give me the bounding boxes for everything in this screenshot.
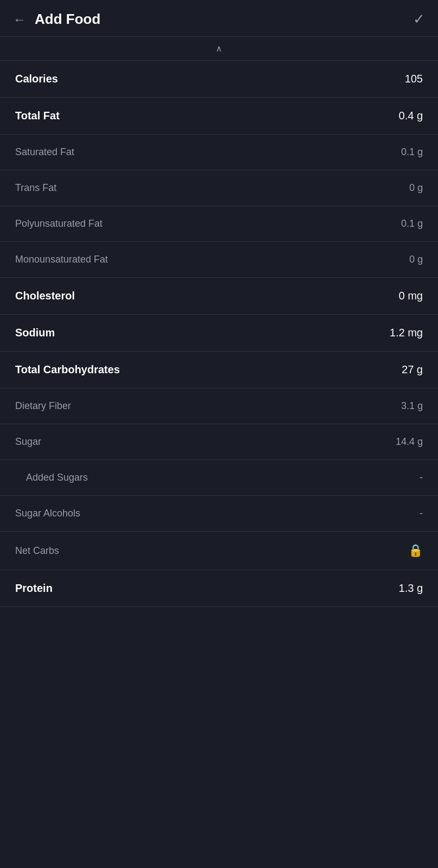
collapse-row[interactable]: ∧: [0, 37, 438, 61]
nutrition-label-monounsaturated-fat: Monounsaturated Fat: [15, 254, 108, 265]
nutrition-label-calories: Calories: [15, 73, 58, 85]
nutrition-row-sodium[interactable]: Sodium1.2 mg: [0, 315, 438, 352]
nutrition-value-dietary-fiber: 3.1 g: [401, 400, 423, 412]
back-icon[interactable]: ←: [13, 12, 26, 27]
nutrition-row-polyunsaturated-fat[interactable]: Polyunsaturated Fat0.1 g: [0, 206, 438, 242]
nutrition-label-cholesterol: Cholesterol: [15, 290, 75, 302]
nutrition-value-net-carbs: 🔒: [408, 544, 423, 558]
nutrition-row-sugar-alcohols[interactable]: Sugar Alcohols-: [0, 496, 438, 532]
nutrition-value-added-sugars: -: [420, 472, 423, 483]
nutrition-value-cholesterol: 0 mg: [399, 290, 423, 302]
collapse-icon: ∧: [216, 43, 222, 54]
nutrition-row-calories[interactable]: Calories105: [0, 61, 438, 98]
nutrition-label-polyunsaturated-fat: Polyunsaturated Fat: [15, 218, 102, 229]
nutrition-value-sugar: 14.4 g: [396, 436, 423, 448]
nutrition-label-sodium: Sodium: [15, 327, 55, 339]
nutrition-list: Calories105Total Fat0.4 gSaturated Fat0.…: [0, 61, 438, 607]
header: ← Add Food ✓: [0, 0, 438, 37]
nutrition-row-added-sugars[interactable]: Added Sugars-: [0, 460, 438, 496]
nutrition-label-sugar: Sugar: [15, 436, 41, 448]
nutrition-row-total-fat[interactable]: Total Fat0.4 g: [0, 98, 438, 135]
nutrition-row-trans-fat[interactable]: Trans Fat0 g: [0, 170, 438, 206]
nutrition-row-cholesterol[interactable]: Cholesterol0 mg: [0, 278, 438, 315]
nutrition-label-total-fat: Total Fat: [15, 110, 60, 122]
nutrition-label-sugar-alcohols: Sugar Alcohols: [15, 508, 80, 519]
nutrition-label-trans-fat: Trans Fat: [15, 182, 56, 194]
nutrition-value-total-fat: 0.4 g: [399, 110, 423, 122]
nutrition-value-monounsaturated-fat: 0 g: [409, 254, 423, 265]
nutrition-row-monounsaturated-fat[interactable]: Monounsaturated Fat0 g: [0, 242, 438, 278]
nutrition-label-net-carbs: Net Carbs: [15, 545, 59, 557]
nutrition-row-protein[interactable]: Protein1.3 g: [0, 570, 438, 607]
nutrition-row-total-carbohydrates[interactable]: Total Carbohydrates27 g: [0, 352, 438, 388]
nutrition-value-total-carbohydrates: 27 g: [402, 363, 423, 376]
nutrition-label-total-carbohydrates: Total Carbohydrates: [15, 363, 120, 376]
nutrition-label-saturated-fat: Saturated Fat: [15, 146, 74, 158]
header-left: ← Add Food: [13, 11, 100, 28]
nutrition-value-calories: 105: [405, 73, 423, 85]
nutrition-value-sugar-alcohols: -: [420, 508, 423, 519]
nutrition-value-saturated-fat: 0.1 g: [401, 146, 423, 158]
nutrition-value-sodium: 1.2 mg: [390, 327, 423, 339]
nutrition-label-protein: Protein: [15, 582, 53, 595]
nutrition-row-net-carbs[interactable]: Net Carbs🔒: [0, 532, 438, 570]
nutrition-row-saturated-fat[interactable]: Saturated Fat0.1 g: [0, 135, 438, 170]
page-title: Add Food: [35, 11, 100, 28]
nutrition-row-dietary-fiber[interactable]: Dietary Fiber3.1 g: [0, 388, 438, 424]
nutrition-value-protein: 1.3 g: [399, 582, 423, 595]
nutrition-row-sugar[interactable]: Sugar14.4 g: [0, 424, 438, 460]
nutrition-value-trans-fat: 0 g: [409, 182, 423, 194]
confirm-icon[interactable]: ✓: [413, 11, 425, 28]
nutrition-label-added-sugars: Added Sugars: [15, 472, 88, 483]
nutrition-value-polyunsaturated-fat: 0.1 g: [401, 218, 423, 229]
nutrition-label-dietary-fiber: Dietary Fiber: [15, 400, 71, 412]
